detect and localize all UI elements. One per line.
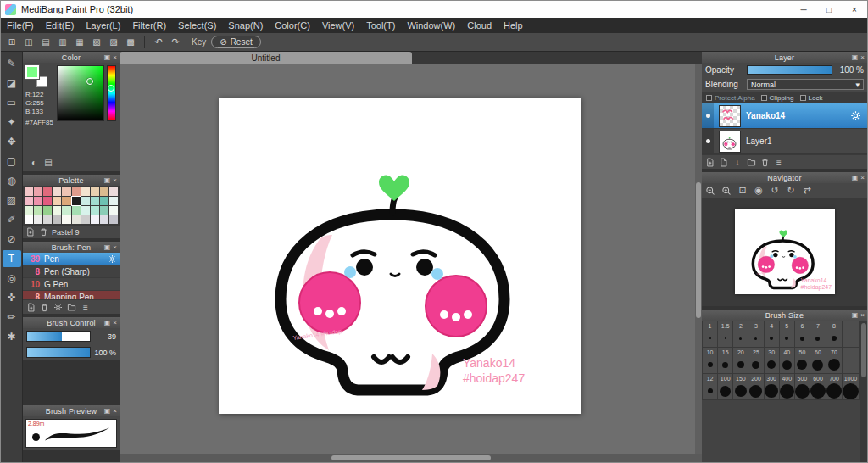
panel-dock-icon[interactable]: ▣: [852, 174, 859, 181]
layer-visibility-toggle[interactable]: [702, 129, 714, 153]
horizontal-scroll-thumb[interactable]: [331, 455, 491, 460]
color-sliders-icon[interactable]: ▤: [43, 157, 53, 167]
menu-item-filter[interactable]: Filter(R): [126, 18, 172, 33]
brush-folder-icon[interactable]: [67, 303, 76, 312]
brush-size-cell[interactable]: 40: [780, 348, 794, 373]
hand-tool[interactable]: ✱: [3, 328, 21, 345]
palette-swatch[interactable]: [81, 187, 90, 196]
layer-row-layer1[interactable]: Layer1: [702, 129, 867, 154]
panel-close-icon[interactable]: ×: [860, 53, 865, 61]
palette-swatch[interactable]: [53, 197, 61, 205]
fill-tool[interactable]: ◍: [3, 172, 21, 189]
duplicate-layer-icon[interactable]: [719, 158, 728, 167]
palette-swatch[interactable]: [62, 206, 70, 215]
checkbox-icon[interactable]: [761, 95, 767, 101]
color-wheel-icon[interactable]: ◐: [29, 157, 39, 167]
brush-size-cell[interactable]: 700: [826, 374, 842, 399]
merge-down-icon[interactable]: ↓: [732, 157, 743, 167]
actual-size-icon[interactable]: ◉: [754, 186, 764, 196]
palette-swatch[interactable]: [62, 187, 70, 196]
panel-close-icon[interactable]: ×: [860, 311, 865, 319]
palette-swatch[interactable]: [72, 215, 81, 224]
hue-cursor[interactable]: [108, 85, 114, 92]
eraser-tool[interactable]: ◪: [3, 75, 21, 92]
palette-swatch[interactable]: [53, 215, 61, 224]
zoom-in-icon[interactable]: [721, 186, 732, 196]
gradient-tool[interactable]: ▨: [3, 192, 21, 209]
eyedropper-tool[interactable]: ✜: [3, 289, 21, 306]
brush-size-cell[interactable]: 6: [795, 321, 810, 347]
palette-swatch[interactable]: [34, 197, 42, 205]
brush-size-cell[interactable]: 3: [748, 321, 763, 347]
panel-dock-icon[interactable]: ▣: [104, 176, 111, 184]
brush-item-pen-sharp-[interactable]: 8Pen (Sharp): [23, 265, 120, 278]
menu-item-window[interactable]: Window(W): [401, 18, 461, 33]
brush-size-cell[interactable]: 10: [703, 348, 717, 373]
palette-swatch[interactable]: [72, 187, 81, 196]
add-brush-icon[interactable]: [26, 303, 36, 312]
menu-item-edit[interactable]: Edit(E): [40, 18, 81, 33]
move-tool[interactable]: ✥: [3, 133, 21, 150]
layer-option-clipping[interactable]: Clipping: [761, 94, 794, 102]
rotate-right-icon[interactable]: ↻: [786, 186, 796, 196]
palette-swatch[interactable]: [91, 215, 99, 224]
select-eraser-tool[interactable]: ⊘: [3, 231, 21, 248]
brush-opacity-slider[interactable]: [26, 347, 91, 358]
brush-size-cell[interactable]: 4: [765, 321, 779, 347]
palette-swatch[interactable]: [25, 215, 33, 224]
palette-swatch[interactable]: [43, 187, 52, 196]
palette-swatch[interactable]: [109, 215, 118, 224]
canvas-vertical-scrollbar[interactable]: [695, 64, 702, 454]
zoom-out-icon[interactable]: [705, 186, 715, 196]
palette-swatch[interactable]: [109, 206, 118, 215]
undo-icon[interactable]: ↶: [151, 35, 166, 50]
panel-close-icon[interactable]: ×: [113, 53, 117, 61]
delete-brush-icon[interactable]: [40, 303, 49, 312]
palette-swatch[interactable]: [109, 197, 118, 205]
brush-item-g-pen[interactable]: 10G Pen: [23, 278, 120, 291]
palette-swatch[interactable]: [25, 206, 33, 215]
select-pen-tool[interactable]: ✐: [3, 211, 21, 228]
snap-grid-icon[interactable]: ▧: [89, 37, 104, 47]
palette-swatch[interactable]: [62, 197, 70, 205]
panel-close-icon[interactable]: ×: [860, 174, 865, 181]
hue-slider[interactable]: [107, 65, 116, 121]
palette-swatch[interactable]: [100, 215, 108, 224]
text-tool[interactable]: T: [3, 250, 21, 267]
menu-item-snap[interactable]: Snap(N): [222, 18, 269, 33]
material-panel-icon[interactable]: ▨: [106, 37, 121, 47]
palette-swatch[interactable]: [91, 187, 99, 196]
brush-size-scrollbar[interactable]: [860, 321, 867, 462]
layer-visibility-toggle[interactable]: [702, 103, 714, 128]
magic-wand-tool[interactable]: ✦: [3, 114, 21, 131]
brush-size-cell[interactable]: 100: [718, 374, 732, 399]
rotate-left-icon[interactable]: ↺: [770, 186, 780, 196]
grid-icon[interactable]: ▦: [72, 37, 87, 47]
palette-swatch[interactable]: [91, 206, 99, 215]
panel-dock-icon[interactable]: ▣: [104, 53, 111, 61]
brush-size-cell[interactable]: 7: [810, 321, 826, 347]
palette-swatch[interactable]: [43, 197, 52, 205]
brush-size-cell[interactable]: 150: [733, 374, 748, 399]
saturation-value-picker[interactable]: [57, 65, 104, 121]
palette-swatch[interactable]: [91, 197, 99, 205]
brush-item-pen[interactable]: 39Pen: [23, 253, 120, 265]
delete-layer-icon[interactable]: [760, 158, 770, 167]
sv-cursor[interactable]: [86, 78, 93, 85]
palette-swatch[interactable]: [43, 215, 52, 224]
brush-size-cell[interactable]: 600: [810, 374, 826, 399]
panel-divide-tool[interactable]: ✏: [3, 309, 21, 326]
panel-dock-icon[interactable]: ▣: [852, 53, 859, 61]
brush-size-cell[interactable]: 25: [748, 348, 763, 373]
palette-swatch[interactable]: [53, 187, 61, 196]
brush-size-cell[interactable]: 1000: [843, 374, 859, 399]
brush-size-cell[interactable]: 30: [765, 348, 779, 373]
edit-brush-icon[interactable]: [53, 303, 63, 312]
panel-dock-icon[interactable]: ▣: [104, 407, 111, 415]
add-palette-icon[interactable]: [25, 227, 35, 237]
brush-size-cell[interactable]: 1.5: [718, 321, 732, 347]
blending-select[interactable]: Normal ▾: [747, 79, 864, 90]
brush-size-cell[interactable]: 5: [780, 321, 794, 347]
canvas-tab[interactable]: Untitled: [120, 52, 412, 64]
palette-swatch[interactable]: [53, 206, 61, 215]
